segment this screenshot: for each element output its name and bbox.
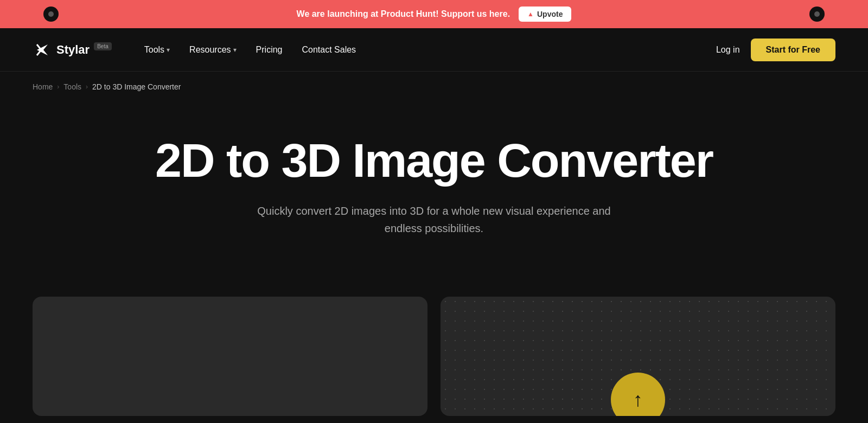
nav-contact-sales[interactable]: Contact Sales: [302, 45, 356, 55]
breadcrumb-tools[interactable]: Tools: [63, 82, 81, 91]
announcement-banner: We are launching at Product Hunt! Suppor…: [0, 0, 868, 28]
cards-row: ↑: [0, 297, 868, 416]
upvote-icon: ▲: [527, 10, 534, 18]
banner-left-decoration: [43, 7, 59, 22]
tools-chevron-icon: ▾: [167, 46, 170, 54]
stylar-logo-icon: [33, 40, 52, 60]
upload-circle[interactable]: ↑: [611, 373, 665, 416]
nav-pricing[interactable]: Pricing: [256, 45, 283, 55]
nav-right: Log in Start for Free: [716, 39, 835, 61]
upvote-label: Upvote: [537, 10, 563, 18]
hero-subtitle: Quickly convert 2D images into 3D for a …: [244, 202, 624, 237]
logo-name: Stylar: [56, 43, 90, 57]
hero-title: 2D to 3D Image Converter: [108, 134, 760, 187]
nav-pricing-label: Pricing: [256, 45, 283, 55]
resources-chevron-icon: ▾: [233, 46, 237, 54]
breadcrumb-sep-1: ›: [57, 83, 59, 91]
banner-right-decoration: [809, 7, 825, 22]
hero-section: 2D to 3D Image Converter Quickly convert…: [0, 102, 868, 286]
login-button[interactable]: Log in: [716, 45, 740, 55]
breadcrumb: Home › Tools › 2D to 3D Image Converter: [0, 72, 868, 102]
nav-links: Tools ▾ Resources ▾ Pricing Contact Sale…: [144, 45, 694, 55]
logo-link[interactable]: Stylar Beta: [33, 40, 112, 60]
upvote-button[interactable]: ▲ Upvote: [519, 7, 571, 22]
beta-badge: Beta: [94, 42, 112, 50]
input-image-card[interactable]: [33, 297, 427, 416]
nav-resources-label: Resources: [189, 45, 231, 55]
nav-tools-label: Tools: [144, 45, 164, 55]
breadcrumb-sep-2: ›: [86, 83, 88, 91]
breadcrumb-current: 2D to 3D Image Converter: [92, 82, 181, 91]
nav-contact-sales-label: Contact Sales: [302, 45, 356, 55]
start-for-free-button[interactable]: Start for Free: [751, 39, 835, 61]
upload-arrow-icon: ↑: [633, 388, 643, 411]
navbar: Stylar Beta Tools ▾ Resources ▾ Pricing …: [0, 28, 868, 72]
breadcrumb-home[interactable]: Home: [33, 82, 53, 91]
nav-tools[interactable]: Tools ▾: [144, 45, 170, 55]
banner-text: We are launching at Product Hunt! Suppor…: [297, 9, 510, 19]
nav-resources[interactable]: Resources ▾: [189, 45, 236, 55]
output-3d-card[interactable]: ↑: [441, 297, 835, 416]
